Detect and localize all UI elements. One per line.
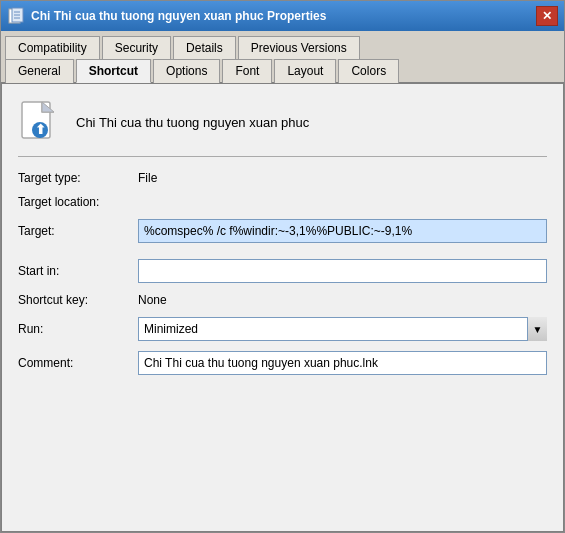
- target-input[interactable]: [138, 219, 547, 243]
- target-type-row: Target type: File: [18, 171, 547, 185]
- shortcut-key-value: None: [138, 293, 167, 307]
- target-row: Target:: [18, 219, 547, 243]
- tab-compatibility[interactable]: Compatibility: [5, 36, 100, 59]
- content-panel: ⬆ Chi Thi cua thu tuong nguyen xuan phuc…: [1, 84, 564, 532]
- comment-row: Comment:: [18, 351, 547, 375]
- tab-colors[interactable]: Colors: [338, 59, 399, 83]
- run-row: Run: Minimized Normal window Maximized ▼: [18, 317, 547, 341]
- tab-security[interactable]: Security: [102, 36, 171, 59]
- tab-row-2: General Shortcut Options Font Layout Col…: [1, 58, 564, 84]
- run-select[interactable]: Minimized Normal window Maximized: [138, 317, 547, 341]
- shortcut-key-label: Shortcut key:: [18, 293, 138, 307]
- file-name: Chi Thi cua thu tuong nguyen xuan phuc: [76, 115, 309, 130]
- run-label: Run:: [18, 322, 138, 336]
- target-type-label: Target type:: [18, 171, 138, 185]
- window-title: Chi Thi cua thu tuong nguyen xuan phuc P…: [31, 9, 536, 23]
- svg-text:⬆: ⬆: [35, 122, 46, 137]
- title-bar: Chi Thi cua thu tuong nguyen xuan phuc P…: [1, 1, 564, 31]
- target-type-value: File: [138, 171, 157, 185]
- properties-window: Chi Thi cua thu tuong nguyen xuan phuc P…: [0, 0, 565, 533]
- window-icon: [7, 7, 25, 25]
- run-select-wrapper: Minimized Normal window Maximized ▼: [138, 317, 547, 341]
- file-icon: ⬆: [18, 100, 62, 144]
- tab-layout[interactable]: Layout: [274, 59, 336, 83]
- file-header: ⬆ Chi Thi cua thu tuong nguyen xuan phuc: [18, 100, 547, 157]
- target-location-row: Target location:: [18, 195, 547, 209]
- tab-general[interactable]: General: [5, 59, 74, 83]
- target-label: Target:: [18, 224, 138, 238]
- start-in-row: Start in:: [18, 259, 547, 283]
- close-button[interactable]: ✕: [536, 6, 558, 26]
- start-in-input[interactable]: [138, 259, 547, 283]
- tab-options[interactable]: Options: [153, 59, 220, 83]
- comment-label: Comment:: [18, 356, 138, 370]
- comment-input[interactable]: [138, 351, 547, 375]
- tab-previous-versions[interactable]: Previous Versions: [238, 36, 360, 59]
- shortcut-key-row: Shortcut key: None: [18, 293, 547, 307]
- target-location-label: Target location:: [18, 195, 138, 209]
- tab-font[interactable]: Font: [222, 59, 272, 83]
- start-in-label: Start in:: [18, 264, 138, 278]
- tab-row-1: Compatibility Security Details Previous …: [1, 31, 564, 59]
- tab-details[interactable]: Details: [173, 36, 236, 59]
- tab-shortcut[interactable]: Shortcut: [76, 59, 151, 83]
